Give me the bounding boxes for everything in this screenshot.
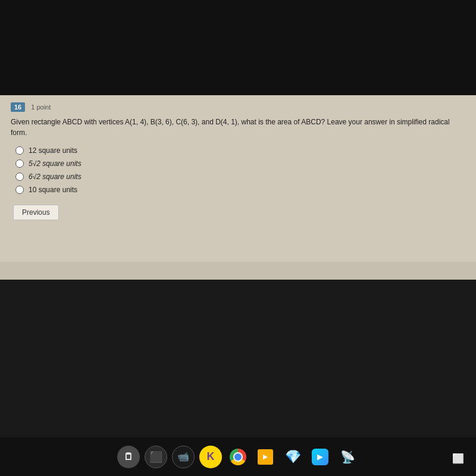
question-points: 1 point [31,104,51,111]
screen: 16 1 point Given rectangle ABCD with ver… [0,0,476,476]
option-item-1: 12 square units [15,146,465,155]
chrome-icon[interactable] [227,446,249,468]
radio-option-3[interactable] [15,173,24,181]
playstore-logo: ▶ [312,449,328,465]
content-area: 16 1 point Given rectangle ABCD with ver… [0,95,476,262]
option-label-2: 5√2 square units [29,159,82,168]
top-bar [0,0,476,95]
option-label-3: 6√2 square units [29,173,82,181]
screen-settings-icon[interactable]: ⬜ [452,453,464,464]
option-label-4: 10 square units [29,186,77,194]
gem-app-icon[interactable]: 💎 [281,446,304,468]
taskbar: 🗒 ⬛ 📹 K ▶ 💎 ▶ 📡 [0,437,476,476]
option-item-2: 5√2 square units [15,159,465,168]
cast-icon[interactable]: 📡 [336,446,359,468]
option-item-3: 6√2 square units [15,173,465,181]
dark-app-icon[interactable]: ⬛ [145,446,167,468]
option-label-1: 12 square units [29,146,77,155]
question-number: 16 [11,102,25,112]
radio-option-4[interactable] [15,186,24,194]
options-list: 12 square units 5√2 square units 6√2 squ… [15,146,465,194]
question-text: Given rectangle ABCD with vertices A(1, … [11,117,465,138]
mid-separator [0,262,476,280]
kahoot-icon[interactable]: K [199,446,222,468]
meet-icon[interactable]: 📹 [172,446,195,468]
files-icon[interactable]: 🗒 [117,446,140,468]
option-item-4: 10 square units [15,186,465,194]
question-header: 16 1 point [11,102,465,112]
google-slides-icon[interactable]: ▶ [254,446,277,468]
radio-option-1[interactable] [15,146,24,155]
previous-button[interactable]: Previous [13,205,59,220]
slides-logo: ▶ [258,449,273,465]
chrome-logo [230,449,246,465]
play-store-icon[interactable]: ▶ [309,446,331,468]
radio-option-2[interactable] [15,159,24,168]
